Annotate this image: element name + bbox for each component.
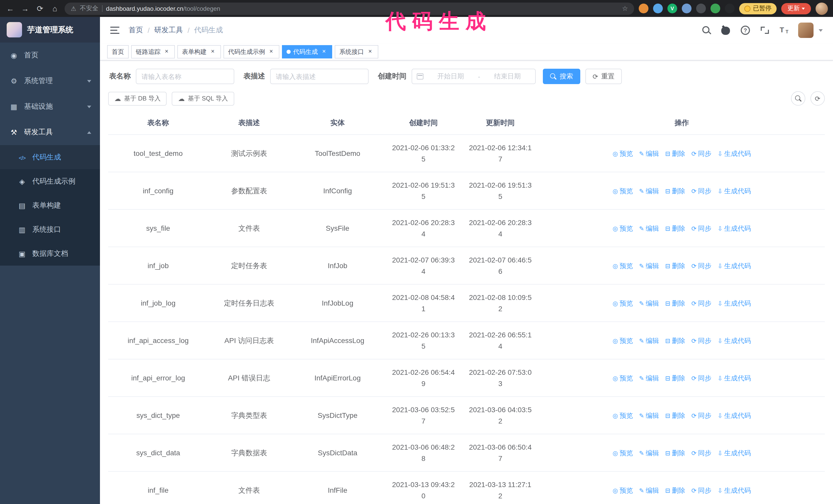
breadcrumb-item[interactable]: 研发工具 — [154, 26, 183, 35]
fontsize-icon[interactable] — [779, 25, 790, 36]
edit-link[interactable]: ✎编辑 — [639, 262, 659, 269]
browser-home-icon[interactable]: ⌂ — [50, 5, 60, 12]
generate-code-link[interactable]: ⇩生成代码 — [718, 337, 751, 344]
preview-link[interactable]: ◎预览 — [613, 299, 633, 307]
sync-link[interactable]: ⟳同步 — [691, 411, 711, 419]
toggle-search-button[interactable] — [791, 91, 805, 105]
generate-code-link[interactable]: ⇩生成代码 — [718, 299, 751, 307]
extension-people-icon[interactable] — [682, 4, 691, 13]
breadcrumb-item[interactable]: 首页 — [129, 26, 143, 35]
preview-link[interactable]: ◎预览 — [613, 149, 633, 157]
sync-link[interactable]: ⟳同步 — [691, 187, 711, 195]
edit-link[interactable]: ✎编辑 — [639, 411, 659, 419]
user-avatar[interactable] — [798, 23, 813, 38]
view-tab[interactable]: 系统接口 × — [335, 45, 378, 58]
preview-link[interactable]: ◎预览 — [613, 411, 633, 419]
sync-link[interactable]: ⟳同步 — [691, 299, 711, 307]
sidebar-menu-item[interactable]: 研发工具 — [0, 119, 100, 145]
fullscreen-icon[interactable] — [759, 25, 770, 36]
sidebar-toggle-icon[interactable] — [110, 27, 119, 34]
delete-link[interactable]: ⊟删除 — [665, 149, 685, 157]
generate-code-link[interactable]: ⇩生成代码 — [718, 187, 751, 195]
refresh-table-button[interactable]: ⟳ — [810, 91, 825, 105]
edit-link[interactable]: ✎编辑 — [639, 449, 659, 457]
bookmark-star-icon[interactable]: ☆ — [622, 5, 628, 12]
delete-link[interactable]: ⊟删除 — [665, 262, 685, 269]
sync-link[interactable]: ⟳同步 — [691, 486, 711, 494]
browser-update-button[interactable]: 更新 — [781, 3, 811, 14]
sidebar-menu-item[interactable]: 首页 — [0, 43, 100, 68]
sidebar-submenu-item[interactable]: 系统接口 — [0, 217, 100, 241]
app-logo[interactable]: 芋道管理系统 — [0, 17, 100, 43]
breadcrumb-item[interactable]: 代码生成 — [194, 26, 223, 35]
browser-forward-icon[interactable]: → — [20, 5, 30, 12]
generate-code-link[interactable]: ⇩生成代码 — [718, 449, 751, 457]
sidebar-menu-item[interactable]: 基础设施 — [0, 94, 100, 119]
generate-code-link[interactable]: ⇩生成代码 — [718, 224, 751, 232]
extension-orange-icon[interactable] — [639, 4, 648, 13]
extension-black-icon[interactable] — [725, 4, 735, 13]
delete-link[interactable]: ⊟删除 — [665, 224, 685, 232]
generate-code-link[interactable]: ⇩生成代码 — [718, 149, 751, 157]
address-bar[interactable]: ⚠ 不安全 dashboard.yudao.iocoder.cn/tool/co… — [65, 2, 634, 15]
delete-link[interactable]: ⊟删除 — [665, 411, 685, 419]
close-icon[interactable]: × — [366, 48, 374, 55]
paused-badge[interactable]: 已暂停 — [739, 3, 777, 14]
sync-link[interactable]: ⟳同步 — [691, 262, 711, 269]
sync-link[interactable]: ⟳同步 — [691, 224, 711, 232]
reset-button[interactable]: ⟳ 重置 — [586, 69, 622, 84]
search-button[interactable]: 搜索 — [543, 69, 580, 84]
date-range-picker[interactable]: 开始日期 - 结束日期 — [412, 69, 536, 84]
generate-code-link[interactable]: ⇩生成代码 — [718, 411, 751, 419]
close-icon[interactable]: × — [320, 48, 328, 55]
generate-code-link[interactable]: ⇩生成代码 — [718, 262, 751, 269]
sync-link[interactable]: ⟳同步 — [691, 374, 711, 382]
extension-dark-icon[interactable] — [696, 4, 706, 13]
edit-link[interactable]: ✎编辑 — [639, 337, 659, 344]
extension-leaf-icon[interactable] — [711, 4, 720, 13]
edit-link[interactable]: ✎编辑 — [639, 187, 659, 195]
table-desc-input[interactable] — [270, 69, 368, 84]
close-icon[interactable]: × — [268, 48, 275, 55]
sidebar-menu-item[interactable]: 系统管理 — [0, 68, 100, 94]
github-icon[interactable] — [720, 25, 732, 36]
sync-link[interactable]: ⟳同步 — [691, 449, 711, 457]
preview-link[interactable]: ◎预览 — [613, 224, 633, 232]
search-icon[interactable] — [701, 25, 712, 36]
sidebar-submenu-item[interactable]: 代码生成 — [0, 145, 100, 169]
table-name-input[interactable] — [136, 69, 234, 84]
view-tab[interactable]: 链路追踪 × — [131, 45, 175, 58]
delete-link[interactable]: ⊟删除 — [665, 486, 685, 494]
user-menu-caret-icon[interactable] — [819, 29, 823, 33]
extension-blue-drop-icon[interactable] — [653, 4, 663, 13]
sidebar-submenu-item[interactable]: 数据库文档 — [0, 241, 100, 266]
preview-link[interactable]: ◎预览 — [613, 486, 633, 494]
close-icon[interactable]: × — [209, 48, 216, 55]
browser-profile-avatar[interactable] — [815, 2, 828, 15]
view-tab[interactable]: 首页 × — [107, 45, 129, 58]
preview-link[interactable]: ◎预览 — [613, 262, 633, 269]
extension-green-v-icon[interactable]: V — [667, 4, 677, 13]
import-sql-button[interactable]: ☁ 基于 SQL 导入 — [172, 92, 234, 105]
browser-back-icon[interactable]: ← — [5, 5, 15, 12]
view-tab[interactable]: 表单构建 × — [177, 45, 221, 58]
browser-reload-icon[interactable]: ⟳ — [35, 5, 45, 12]
preview-link[interactable]: ◎预览 — [613, 374, 633, 382]
delete-link[interactable]: ⊟删除 — [665, 299, 685, 307]
question-icon[interactable] — [740, 25, 751, 36]
edit-link[interactable]: ✎编辑 — [639, 224, 659, 232]
edit-link[interactable]: ✎编辑 — [639, 299, 659, 307]
delete-link[interactable]: ⊟删除 — [665, 187, 685, 195]
preview-link[interactable]: ◎预览 — [613, 187, 633, 195]
delete-link[interactable]: ⊟删除 — [665, 337, 685, 344]
import-db-button[interactable]: ☁ 基于 DB 导入 — [108, 92, 167, 105]
generate-code-link[interactable]: ⇩生成代码 — [718, 486, 751, 494]
sync-link[interactable]: ⟳同步 — [691, 337, 711, 344]
generate-code-link[interactable]: ⇩生成代码 — [718, 374, 751, 382]
view-tab[interactable]: 代码生成示例 × — [223, 45, 279, 58]
view-tab[interactable]: 代码生成 × — [282, 45, 332, 58]
edit-link[interactable]: ✎编辑 — [639, 486, 659, 494]
edit-link[interactable]: ✎编辑 — [639, 374, 659, 382]
sidebar-submenu-item[interactable]: 表单构建 — [0, 193, 100, 217]
delete-link[interactable]: ⊟删除 — [665, 449, 685, 457]
